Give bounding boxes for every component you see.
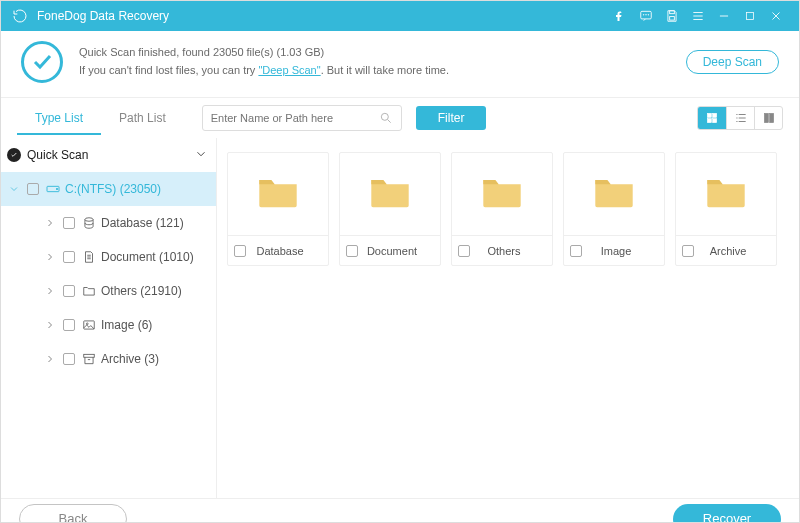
svg-rect-10 bbox=[707, 119, 711, 123]
titlebar: FoneDog Data Recovery bbox=[1, 1, 799, 31]
svg-point-7 bbox=[381, 113, 388, 120]
view-detail-icon[interactable] bbox=[754, 107, 782, 129]
sidebar-root-label: Quick Scan bbox=[27, 148, 88, 162]
filter-button[interactable]: Filter bbox=[416, 106, 487, 130]
chevron-right-icon[interactable] bbox=[43, 319, 57, 331]
scan-summary-bar: Quick Scan finished, found 23050 file(s)… bbox=[1, 31, 799, 98]
svg-rect-5 bbox=[670, 17, 675, 20]
view-grid-icon[interactable] bbox=[698, 107, 726, 129]
scan-result-line: Quick Scan finished, found 23050 file(s)… bbox=[79, 44, 686, 62]
sidebar-item-database[interactable]: Database (121) bbox=[1, 206, 216, 240]
grid-item-archive[interactable]: Archive bbox=[675, 152, 777, 266]
sidebar-item-label: Image (6) bbox=[101, 318, 152, 332]
svg-rect-12 bbox=[764, 113, 768, 122]
sidebar-item-image[interactable]: Image (6) bbox=[1, 308, 216, 342]
folder-icon bbox=[81, 284, 97, 298]
grid-item-label: Others bbox=[462, 245, 546, 257]
tabs: Type List Path List bbox=[17, 101, 184, 135]
sidebar-item-label: Others (21910) bbox=[101, 284, 182, 298]
chevron-down-icon[interactable] bbox=[194, 147, 208, 164]
toolbar: Type List Path List Filter bbox=[1, 98, 799, 138]
grid-item-others[interactable]: Others bbox=[451, 152, 553, 266]
sidebar-item-archive[interactable]: Archive (3) bbox=[1, 342, 216, 376]
svg-rect-13 bbox=[769, 113, 773, 122]
checkbox[interactable] bbox=[63, 217, 75, 229]
svg-rect-9 bbox=[713, 113, 717, 117]
back-button[interactable]: Back bbox=[19, 504, 127, 524]
sidebar-drive-c[interactable]: C:(NTFS) (23050) bbox=[1, 172, 216, 206]
view-list-icon[interactable] bbox=[726, 107, 754, 129]
folder-icon bbox=[257, 175, 299, 209]
grid-item-label: Image bbox=[574, 245, 658, 257]
sidebar-item-label: Document (1010) bbox=[101, 250, 194, 264]
sidebar-drive-label: C:(NTFS) (23050) bbox=[65, 182, 161, 196]
maximize-icon[interactable] bbox=[737, 1, 763, 31]
grid-item-label: Document bbox=[350, 245, 434, 257]
scan-hint-prefix: If you can't find lost files, you can tr… bbox=[79, 64, 258, 76]
checkbox[interactable] bbox=[63, 251, 75, 263]
grid-item-label: Archive bbox=[686, 245, 770, 257]
svg-point-15 bbox=[56, 188, 57, 189]
grid-item-document[interactable]: Document bbox=[339, 152, 441, 266]
success-check-icon bbox=[21, 41, 63, 83]
scan-summary-text: Quick Scan finished, found 23050 file(s)… bbox=[79, 44, 686, 79]
menu-icon[interactable] bbox=[685, 1, 711, 31]
sidebar-item-others[interactable]: Others (21910) bbox=[1, 274, 216, 308]
chevron-right-icon[interactable] bbox=[43, 285, 57, 297]
chevron-right-icon[interactable] bbox=[43, 251, 57, 263]
folder-icon bbox=[369, 175, 411, 209]
svg-rect-6 bbox=[747, 13, 754, 20]
tab-path-list[interactable]: Path List bbox=[101, 101, 184, 135]
checkbox[interactable] bbox=[63, 353, 75, 365]
svg-point-18 bbox=[86, 323, 88, 325]
save-icon[interactable] bbox=[659, 1, 685, 31]
chevron-down-icon[interactable] bbox=[7, 183, 21, 195]
sidebar-item-label: Database (121) bbox=[101, 216, 184, 230]
chevron-right-icon[interactable] bbox=[43, 217, 57, 229]
deep-scan-button[interactable]: Deep Scan bbox=[686, 50, 779, 74]
checkbox[interactable] bbox=[63, 285, 75, 297]
search-icon bbox=[379, 111, 393, 125]
deep-scan-link[interactable]: "Deep Scan" bbox=[258, 64, 320, 76]
search-input[interactable] bbox=[211, 112, 379, 124]
bullet-check-icon bbox=[7, 148, 21, 162]
app-title: FoneDog Data Recovery bbox=[37, 9, 169, 23]
facebook-icon[interactable] bbox=[607, 1, 633, 31]
svg-rect-19 bbox=[84, 354, 95, 357]
feedback-icon[interactable] bbox=[633, 1, 659, 31]
svg-point-2 bbox=[646, 15, 647, 16]
svg-rect-8 bbox=[707, 113, 711, 117]
checkbox[interactable] bbox=[63, 319, 75, 331]
sidebar-item-label: Archive (3) bbox=[101, 352, 159, 366]
file-grid: Database Document Others Image Archive bbox=[217, 138, 799, 498]
minimize-icon[interactable] bbox=[711, 1, 737, 31]
checkbox[interactable] bbox=[27, 183, 39, 195]
grid-item-label: Database bbox=[238, 245, 322, 257]
image-icon bbox=[81, 318, 97, 332]
folder-icon bbox=[481, 175, 523, 209]
folder-icon bbox=[705, 175, 747, 209]
sidebar-item-document[interactable]: Document (1010) bbox=[1, 240, 216, 274]
chevron-right-icon[interactable] bbox=[43, 353, 57, 365]
document-icon bbox=[81, 250, 97, 264]
svg-point-1 bbox=[643, 15, 644, 16]
archive-icon bbox=[81, 352, 97, 366]
folder-icon bbox=[593, 175, 635, 209]
main-area: Quick Scan C:(NTFS) (23050) Database (12… bbox=[1, 138, 799, 498]
svg-rect-4 bbox=[670, 11, 675, 14]
drive-icon bbox=[45, 181, 61, 197]
svg-rect-11 bbox=[713, 119, 717, 123]
app-logo-icon bbox=[11, 7, 29, 25]
tab-type-list[interactable]: Type List bbox=[17, 101, 101, 135]
recover-button[interactable]: Recover bbox=[673, 504, 781, 524]
close-icon[interactable] bbox=[763, 1, 789, 31]
footer: Back Recover bbox=[1, 498, 799, 523]
sidebar-root-quickscan[interactable]: Quick Scan bbox=[1, 138, 216, 172]
view-mode-switch bbox=[697, 106, 783, 130]
scan-hint-suffix: . But it will take more time. bbox=[321, 64, 449, 76]
grid-item-image[interactable]: Image bbox=[563, 152, 665, 266]
grid-item-database[interactable]: Database bbox=[227, 152, 329, 266]
search-box[interactable] bbox=[202, 105, 402, 131]
database-icon bbox=[81, 216, 97, 230]
svg-point-3 bbox=[648, 15, 649, 16]
